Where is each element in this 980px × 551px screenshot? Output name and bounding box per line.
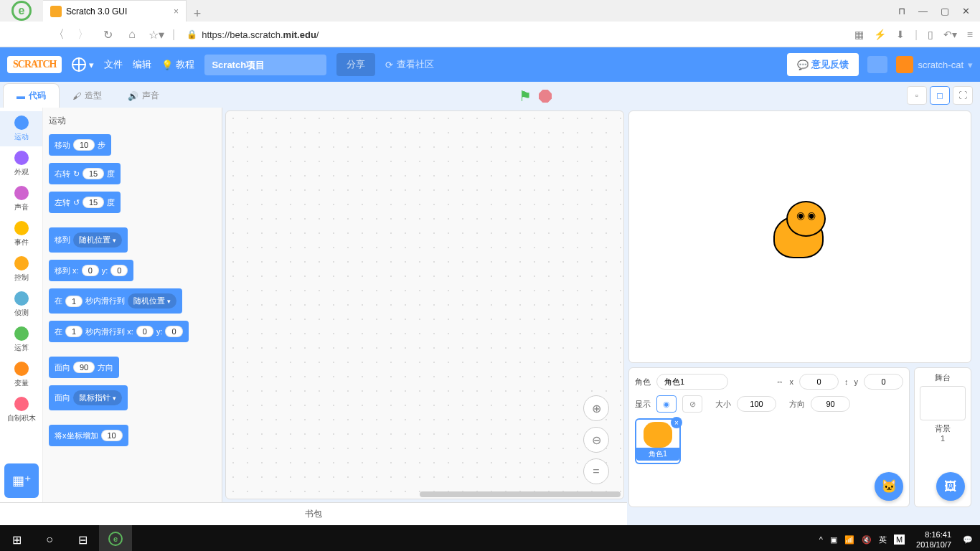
browser-tab[interactable]: Scratch 3.0 GUI × (43, 0, 187, 22)
menu-icon[interactable]: ≡ (967, 29, 973, 40)
favorite-button[interactable]: ☆▾ (148, 26, 165, 43)
wifi-icon[interactable]: 📶 (844, 535, 854, 545)
notifications-icon[interactable]: 💬 (963, 535, 973, 545)
stage-canvas[interactable]: ◉ ◉ (628, 110, 971, 363)
tab-close-icon[interactable]: × (174, 6, 179, 17)
pin-icon[interactable]: ⊓ (898, 6, 905, 17)
add-sprite-button[interactable]: 🐱 (875, 472, 903, 501)
sound-icon: 🔊 (128, 91, 138, 101)
zoom-reset-button[interactable]: = (583, 458, 609, 484)
show-sprite-button[interactable]: ◉ (656, 395, 677, 413)
new-tab-button[interactable]: + (187, 6, 208, 22)
block-glide-xy[interactable]: 在1秒内滑行到 x:0y:0 (49, 321, 189, 342)
add-extension-button[interactable]: ▦⁺ (4, 463, 39, 498)
ccw-icon: ↺ (73, 198, 80, 207)
ime-indicator[interactable]: 英 (879, 534, 887, 545)
stage-thumbnail[interactable] (920, 386, 966, 420)
tab-code[interactable]: ▬代码 (3, 83, 60, 108)
close-button[interactable]: ✕ (962, 6, 970, 17)
browser-logo: e (0, 0, 43, 22)
maximize-button[interactable]: ▢ (941, 6, 949, 17)
bluetooth-icon[interactable]: ▣ (830, 535, 837, 545)
zoom-in-button[interactable]: ⊕ (583, 395, 609, 421)
add-backdrop-button[interactable]: 🖼 (936, 472, 965, 501)
scratch-cat-sprite[interactable]: ◉ ◉ (766, 201, 834, 273)
zoom-out-button[interactable]: ⊖ (583, 427, 609, 453)
ime-mode[interactable]: M (894, 534, 905, 545)
blocks-palette[interactable]: 运动 移动10步 右转↻15度 左转↺15度 移到随机位置 移到 x:0y:0 … (43, 108, 222, 502)
category-motion[interactable]: 运动 (0, 111, 42, 146)
account-menu[interactable]: scratch-cat ▾ (896, 56, 973, 73)
sprite-y-input[interactable] (864, 374, 903, 390)
block-turn-right[interactable]: 右转↻15度 (49, 163, 121, 184)
scratch-logo[interactable]: SCRATCH (7, 56, 62, 73)
edit-menu[interactable]: 编辑 (133, 58, 151, 71)
delete-sprite-icon[interactable]: × (671, 417, 682, 428)
sprite-name-input[interactable] (656, 374, 728, 390)
tab-costumes[interactable]: 🖌造型 (60, 84, 115, 108)
tab-sounds[interactable]: 🔊声音 (115, 84, 172, 108)
category-myblocks[interactable]: 自制积木 (0, 392, 42, 428)
reload-button[interactable]: ↻ (99, 26, 116, 43)
block-glide-to[interactable]: 在1秒内滑行到随机位置 (49, 288, 182, 314)
undo-icon[interactable]: ↶▾ (943, 29, 957, 40)
community-button[interactable]: ⟳查看社区 (385, 58, 434, 71)
sprite-direction-input[interactable] (811, 396, 850, 412)
block-change-x[interactable]: 将x坐标增加10 (49, 425, 128, 446)
block-point-towards[interactable]: 面向鼠标指针 (49, 385, 128, 410)
feedback-button[interactable]: 💬意见反馈 (787, 53, 859, 76)
category-looks[interactable]: 外观 (0, 146, 42, 182)
block-point-direction[interactable]: 面向90方向 (49, 357, 119, 378)
category-control[interactable]: 控制 (0, 252, 42, 287)
category-operators[interactable]: 运算 (0, 322, 42, 357)
back-button[interactable]: 〈 (50, 26, 67, 43)
taskbar-clock[interactable]: 8:16:412018/10/7 (912, 529, 956, 550)
file-menu[interactable]: 文件 (104, 58, 123, 71)
start-button[interactable]: ⊞ (0, 525, 33, 551)
category-sensing[interactable]: 侦测 (0, 287, 42, 322)
workspace-scrollbar[interactable] (420, 491, 621, 497)
url-input[interactable]: 🔒 https://beta.scratch.mit.edu/ (182, 29, 847, 40)
tray-up-icon[interactable]: ^ (819, 535, 823, 544)
stop-button[interactable] (539, 90, 552, 103)
window-controls: ⊓ — ▢ ✕ (888, 0, 980, 22)
block-goto-random[interactable]: 移到随机位置 (49, 227, 128, 253)
block-turn-left[interactable]: 左转↺15度 (49, 192, 121, 213)
block-move-steps[interactable]: 移动10步 (49, 134, 111, 156)
sprite-size-input[interactable] (737, 396, 776, 412)
small-stage-button[interactable]: ▫ (907, 86, 927, 105)
e-logo-icon: e (11, 1, 32, 21)
script-workspace[interactable]: ⊕ ⊖ = (225, 110, 624, 499)
sprite-x-input[interactable] (799, 374, 839, 390)
language-menu[interactable]: ▾ (72, 57, 94, 72)
task-view-button[interactable]: ⊟ (66, 525, 99, 551)
project-title-input[interactable] (204, 55, 326, 75)
cortana-button[interactable]: ○ (33, 525, 66, 551)
tutorials-button[interactable]: 💡教程 (161, 58, 194, 71)
reader-icon[interactable]: ▯ (928, 29, 933, 40)
flash-icon[interactable]: ⚡ (874, 29, 886, 40)
taskbar-browser[interactable]: e (99, 525, 132, 551)
volume-icon[interactable]: 🔇 (862, 535, 872, 545)
category-sound[interactable]: 声音 (0, 182, 42, 217)
cw-icon: ↻ (73, 169, 80, 179)
blocks-panel: 运动 外观 声音 事件 控制 侦测 运算 变量 自制积木 ▦⁺ 运动 移动10步… (0, 108, 222, 502)
category-events[interactable]: 事件 (0, 217, 42, 252)
large-stage-button[interactable]: ◻ (930, 86, 950, 105)
minimize-button[interactable]: — (918, 6, 928, 17)
fullscreen-button[interactable]: ⛶ (953, 86, 973, 105)
category-variables[interactable]: 变量 (0, 357, 42, 392)
hide-sprite-button[interactable]: ⊘ (682, 395, 702, 413)
block-goto-xy[interactable]: 移到 x:0y:0 (49, 260, 133, 281)
backpack-header[interactable]: 书包 (0, 502, 627, 525)
share-button[interactable]: 分享 (336, 53, 375, 76)
home-button[interactable]: ⌂ (123, 26, 141, 43)
cat-dot-icon (14, 221, 29, 235)
green-flag-button[interactable]: ⚑ (519, 88, 532, 105)
mystuff-icon[interactable] (867, 56, 887, 73)
qr-icon[interactable]: ▦ (854, 29, 864, 40)
download-icon[interactable]: ⬇ (896, 29, 905, 40)
forward-button[interactable]: 〉 (75, 26, 92, 43)
sprite-thumbnail[interactable]: × 角色1 (635, 418, 681, 464)
stage-selector[interactable]: 舞台 背景 1 🖼 (914, 367, 971, 507)
